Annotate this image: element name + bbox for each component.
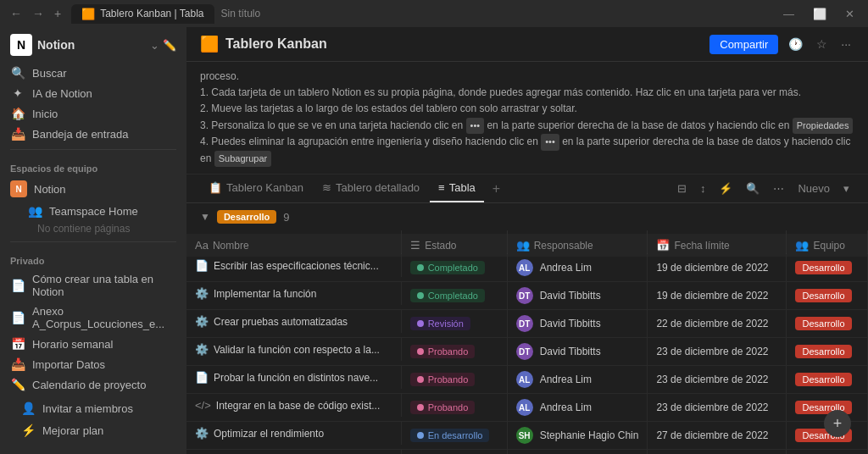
tab-label: Tablero Kanban | Tabla: [100, 8, 203, 19]
sidebar-item-ia[interactable]: ✦ IA de Notion: [0, 83, 186, 103]
forward-button[interactable]: →: [29, 5, 47, 22]
badge-dot-2: [417, 320, 424, 327]
more-icon[interactable]: ···: [837, 34, 854, 54]
sort-button[interactable]: ↕: [695, 179, 711, 198]
table-body: 📄Escribir las especificaciones técnic...…: [186, 254, 868, 454]
desc-line-3: 3. Personaliza lo que se ve en una tarje…: [200, 118, 854, 135]
untitled-tab[interactable]: Sin título: [221, 8, 261, 19]
add-view-button[interactable]: +: [486, 178, 507, 200]
table-row[interactable]: </>Integrar en la base de código exist..…: [186, 394, 868, 422]
row-name-1[interactable]: Implementar la función: [214, 288, 316, 300]
sidebar-item-plan[interactable]: ⚡ Mejorar plan: [10, 420, 176, 440]
badge-dot-1: [417, 292, 424, 299]
row-name-6[interactable]: Optimizar el rendimiento: [214, 428, 324, 440]
sidebar-expand-button[interactable]: ⌄: [150, 39, 159, 52]
import-icon: 📥: [10, 357, 25, 371]
floating-plus-button[interactable]: +: [824, 410, 851, 437]
calendario-label: Calendario de proyecto: [32, 379, 146, 391]
col-nombre-icon: Aa: [195, 239, 209, 252]
filter-button[interactable]: ⊟: [672, 179, 692, 198]
pill-more-1: •••: [466, 118, 485, 135]
pill-subagrupar[interactable]: Subagrupar: [214, 151, 272, 168]
minimize-button[interactable]: —: [776, 6, 801, 22]
sidebar-item-inicio[interactable]: 🏠 Inicio: [0, 103, 186, 124]
pill-propiedades[interactable]: Propiedades: [793, 118, 854, 135]
close-button[interactable]: ✕: [838, 6, 861, 22]
status-badge-3: Probando: [410, 345, 476, 358]
table-row[interactable]: ⚙️Optimizar el rendimientoEn desarrolloS…: [186, 422, 868, 450]
sidebar-item-anexo[interactable]: 📄 Anexo A_Corpus_Locuciones_e...: [0, 302, 186, 334]
table-row[interactable]: 📄Redactar la documentación de la fu...Si…: [186, 450, 868, 454]
search-button[interactable]: 🔍: [741, 179, 765, 198]
row-name-5[interactable]: Integrar en la base de código exist...: [216, 400, 380, 412]
sidebar-item-crear-tabla[interactable]: 📄 Cómo crear una tabla en Notion: [0, 269, 186, 302]
col-nombre-label: Nombre: [213, 240, 249, 252]
sidebar-item-horario[interactable]: 📅 Horario semanal: [0, 334, 186, 354]
cell-name-7: 📄Redactar la documentación de la fu...: [186, 450, 402, 454]
avatar-6: SH: [516, 427, 533, 444]
table-row[interactable]: 📄Escribir las especificaciones técnic...…: [186, 254, 868, 282]
cell-status-7: Sin empezar: [402, 450, 508, 454]
sidebar-item-calendario[interactable]: ✏️ Calendario de proyecto: [0, 374, 186, 391]
table-header-row: Aa Nombre ☰ Estado 👥: [186, 230, 868, 254]
page-icon: 🟧: [200, 35, 219, 53]
importar-label: Importar Datos: [32, 358, 105, 371]
add-tab-button[interactable]: +: [51, 5, 64, 22]
nuevo-button[interactable]: Nuevo: [793, 179, 835, 198]
team-badge-3: Desarrollo: [795, 345, 851, 358]
active-tab[interactable]: 🟧 Tablero Kanban | Tabla: [71, 4, 214, 24]
table-row[interactable]: ⚙️Validar la función con respecto a la..…: [186, 338, 868, 366]
status-badge-4: Probando: [410, 373, 476, 386]
sidebar-item-notion-team[interactable]: N Notion: [0, 177, 186, 201]
sidebar-item-invite[interactable]: 👤 Invitar a miembros: [10, 398, 176, 418]
star-icon[interactable]: ☆: [813, 34, 831, 54]
bolt-button[interactable]: ⚡: [714, 179, 737, 198]
team-badge-4: Desarrollo: [795, 373, 851, 386]
row-icon-3: ⚙️: [195, 343, 209, 356]
cell-responsible-1: DTDavid Tibbitts: [507, 282, 648, 310]
row-icon-0: 📄: [195, 259, 209, 272]
sidebar-compose-button[interactable]: ✏️: [163, 39, 176, 52]
settings-button[interactable]: ⋯: [768, 179, 789, 198]
invite-icon: 👤: [20, 401, 36, 415]
cell-responsible-4: ALAndrea Lim: [507, 366, 648, 394]
cell-responsible-0: ALAndrea Lim: [507, 254, 648, 282]
row-name-2[interactable]: Crear pruebas automatizadas: [214, 316, 348, 328]
table-row[interactable]: ⚙️Implementar la funciónCompletadoDTDavi…: [186, 282, 868, 310]
status-badge-5: Probando: [410, 401, 476, 414]
table-row[interactable]: 📄Probar la función en distintos nave...P…: [186, 366, 868, 394]
tab-tabla[interactable]: ≡ Tabla: [430, 174, 484, 202]
tab-tablero-kanban[interactable]: 📋 Tablero Kanban: [200, 174, 312, 202]
status-badge-0: Completado: [410, 261, 485, 274]
sidebar-item-search[interactable]: 🔍 Buscar: [0, 63, 186, 83]
tab-kanban-icon: 📋: [209, 181, 222, 194]
cell-date-2: 22 de diciembre de 2022: [648, 310, 787, 338]
compartir-button[interactable]: Compartir: [709, 35, 778, 54]
maximize-button[interactable]: ⬜: [806, 6, 833, 22]
search-icon: 🔍: [10, 66, 25, 80]
group-toggle[interactable]: ▼: [200, 211, 210, 223]
history-icon[interactable]: 🕐: [785, 34, 806, 54]
row-icon-4: 📄: [195, 371, 209, 384]
tab-tablero-detallado[interactable]: ≋ Tablero detallado: [314, 174, 428, 202]
nuevo-caret-button[interactable]: ▾: [838, 179, 854, 198]
cell-responsible-7: SHStephanie Hagio Chin: [507, 450, 648, 454]
teamspace-icon: 👥: [27, 204, 42, 218]
horario-label: Horario semanal: [32, 338, 113, 351]
avatar-5: AL: [516, 399, 533, 416]
table-row[interactable]: ⚙️Crear pruebas automatizadasRevisiónDTD…: [186, 310, 868, 338]
view-tabs: 📋 Tablero Kanban ≋ Tablero detallado ≡ T…: [186, 174, 868, 203]
col-fecha: 📅 Fecha límite: [648, 234, 787, 257]
badge-dot-3: [417, 348, 424, 355]
row-name-4[interactable]: Probar la función en distintos nave...: [214, 372, 378, 384]
col-estado-label: Estado: [425, 240, 456, 252]
avatar-1: DT: [516, 287, 533, 304]
back-button[interactable]: ←: [7, 5, 25, 22]
team-section-label: Espacios de equipo: [0, 155, 186, 177]
col-responsable: 👥 Responsable: [507, 234, 648, 257]
row-name-3[interactable]: Validar la función con respecto a la...: [214, 344, 380, 356]
sidebar-item-teamspace-home[interactable]: 👥 Teamspace Home: [0, 201, 186, 221]
sidebar-item-bandeja[interactable]: 📥 Bandeja de entrada: [0, 124, 186, 144]
row-name-0[interactable]: Escribir las especificaciones técnic...: [214, 260, 379, 272]
sidebar-item-importar[interactable]: 📥 Importar Datos: [0, 354, 186, 374]
